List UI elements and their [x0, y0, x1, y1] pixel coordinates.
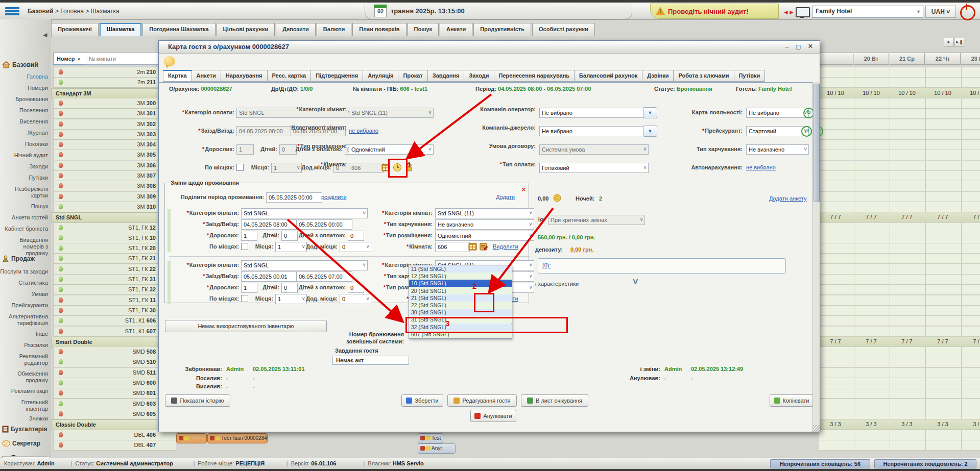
timeline-row[interactable] — [819, 243, 980, 254]
dialog-scrollbar[interactable] — [812, 82, 820, 432]
tab-План поверхів[interactable]: План поверхів — [352, 23, 406, 36]
company-source-dropdown-button[interactable] — [643, 126, 657, 137]
room-row-2m-210[interactable]: 2m 210 — [53, 67, 176, 78]
timeline-row[interactable] — [819, 78, 980, 88]
timeline-column-22 Чт[interactable]: 22 Чт — [925, 53, 961, 65]
room-option-10 (Std SNGL)[interactable]: 10 (Std SNGL) — [409, 280, 512, 287]
timeline-row[interactable] — [819, 285, 980, 295]
booking-chip[interactable]: Anyt — [418, 443, 456, 454]
sidebar-item-Знижки[interactable]: Знижки — [0, 415, 48, 422]
breadcrumb-root[interactable]: Базовий — [28, 8, 54, 15]
room-row-ST1, ГК-22[interactable]: ST1, ГК 22 — [53, 264, 176, 275]
timeline-row[interactable] — [819, 109, 980, 119]
timeline-row[interactable] — [819, 357, 980, 367]
maximize-button[interactable]: ▢ — [794, 43, 802, 51]
guest-tab-Путівки[interactable]: Путівки — [734, 70, 766, 82]
room-row-ST1, ГК-11[interactable]: ST1, ГК 11 — [53, 295, 176, 306]
guest-tab-Заходи[interactable]: Заходи — [464, 70, 494, 82]
room-row-ST1, К1-606[interactable]: ST1, К1 606 — [53, 316, 176, 326]
orders-link[interactable]: (0): — [542, 262, 551, 268]
sidebar-item-Кабінет броніста[interactable]: Кабінет броніста — [0, 226, 48, 232]
room-category-select[interactable]: Std SNGL (11) — [349, 108, 434, 118]
room-number-field[interactable]: 606 — [349, 163, 384, 173]
room-timeline-icon[interactable] — [393, 163, 401, 172]
room-history-icon[interactable] — [381, 163, 390, 172]
room-group-Std SNGL[interactable]: Std SNGL — [51, 212, 176, 223]
add-questionnaire-link[interactable]: Додати анкету — [769, 195, 807, 202]
chg-placement-select[interactable]: Одномістний — [435, 231, 534, 241]
status-badge-Непрочитаних повідомлень:[interactable]: Непрочитаних повідомлень: 2 — [874, 459, 976, 468]
chg-pay-category-select[interactable]: Std SNGL — [241, 260, 368, 270]
save-button[interactable]: Зберегти — [401, 394, 443, 407]
booking-chip[interactable] — [176, 433, 207, 443]
tab-Шахматка[interactable]: Шахматка — [100, 23, 141, 36]
chg-room-history-icon[interactable] — [468, 242, 477, 251]
tab-Депозити[interactable]: Депозити — [276, 23, 316, 36]
sync-arrows-icon[interactable]: ◄► — [783, 9, 794, 16]
chg-by-places-checkbox[interactable] — [241, 243, 248, 250]
delete-period-link[interactable]: Видалити — [493, 243, 518, 250]
chg-to-field[interactable]: 05.05.2025 00:00 — [296, 219, 352, 230]
chg-by-places-checkbox[interactable] — [241, 295, 248, 302]
guest-tab-Робота з ключами[interactable]: Робота з ключами — [674, 70, 734, 82]
guest-tab-Ануляція[interactable]: Ануляція — [363, 70, 398, 82]
room-row-2m-211[interactable]: 2m 211 — [53, 78, 176, 88]
by-places-checkbox[interactable] — [236, 164, 244, 171]
minimize-button[interactable]: – — [783, 43, 791, 51]
room-row-3M-306[interactable]: 3M 306 — [53, 161, 176, 171]
split-period-field[interactable]: 05.05.2025 00:00 — [266, 192, 322, 203]
comment-icon[interactable] — [164, 56, 175, 66]
timeline-row[interactable] — [819, 347, 980, 357]
sidebar-item-Виведення номерів з продажу[interactable]: Виведення номерів з продажу — [0, 237, 48, 257]
timeline-row[interactable] — [819, 388, 980, 399]
timeline-row[interactable] — [819, 306, 980, 316]
sidebar-item-Прейскуранти[interactable]: Прейскуранти — [0, 302, 48, 309]
autocharge-link[interactable]: не вибрано — [746, 164, 776, 170]
timeline-column-23 Пт[interactable]: 23 Пт — [961, 53, 980, 65]
timeline-row[interactable] — [819, 98, 980, 109]
sidebar-item-Головна[interactable]: Головна — [0, 73, 48, 80]
guest-tab-Реєс. картка[interactable]: Реєс. картка — [268, 70, 312, 82]
payment-type-select[interactable]: Готівковий — [539, 163, 649, 173]
room-option-22 (Std SNGL)[interactable]: 22 (Std SNGL) — [409, 302, 512, 309]
sidebar-item-Інше[interactable]: Інше — [0, 331, 48, 337]
guest-tab-Перенесення нарахувань[interactable]: Перенесення нарахувань — [494, 70, 575, 82]
room-option-30 (Std SNGL)[interactable]: 30 (Std SNGL) — [409, 309, 512, 316]
timeline-row[interactable] — [819, 440, 980, 451]
sidebar-item-Анкети гостей[interactable]: Анкети гостей — [0, 214, 48, 221]
sidebar-item-Незбережені картки[interactable]: Незбережені картки — [0, 186, 48, 199]
timeline-row[interactable] — [819, 295, 980, 306]
room-row-ST1, ГК-30[interactable]: ST1, ГК 30 — [53, 306, 176, 316]
room-row-ST1, ГК-10[interactable]: ST1, ГК 10 — [53, 233, 176, 243]
room-option-31 (Std SNGL)[interactable]: 31 (Std SNGL) — [409, 316, 512, 323]
sidebar-section-Бухгалтерія[interactable]: Бухгалтерія — [2, 426, 50, 434]
sidebar-item-Рекламні акції[interactable]: Рекламні акції — [0, 388, 48, 394]
room-option-20 (Std SNGL)[interactable]: 20 (Std SNGL) — [409, 287, 512, 294]
no-inventory-button[interactable]: Немає використовуваного інвентарю — [165, 320, 327, 332]
sidebar-item-Умови[interactable]: Умови — [0, 291, 48, 298]
breadcrumb-home[interactable]: Головна — [60, 8, 84, 15]
room-row-3M-302[interactable]: 3M 302 — [53, 119, 176, 130]
resize-grip[interactable] — [813, 425, 820, 432]
room-option-12 (Std SNGL)[interactable]: 12 (Std SNGL) — [409, 272, 512, 280]
room-row-ST1, ГК-31[interactable]: ST1, ГК 31 — [53, 275, 176, 285]
room-row-3M-309[interactable]: 3M 309 — [53, 192, 176, 202]
timeline-scroll-end-icon[interactable]: ►❚ — [954, 38, 964, 46]
timeline-row[interactable] — [819, 378, 980, 388]
pricelist-swap-icon[interactable]: ⇄ — [801, 126, 812, 137]
night-audit-warning[interactable]: Проведіть нічний аудит! — [650, 4, 779, 19]
company-operator-dropdown-button[interactable] — [643, 107, 657, 118]
room-option-21 (Std SNGL)[interactable]: 21 (Std SNGL) — [409, 294, 512, 302]
guest-tab-Прокат[interactable]: Прокат — [398, 70, 427, 82]
edit-guest-button[interactable]: Редагування гостя — [447, 394, 517, 407]
guest-tab-Дзвінки[interactable]: Дзвінки — [642, 70, 674, 82]
sidebar-section-Базовий[interactable]: Базовий — [2, 61, 50, 70]
guest-tab-Нарахування[interactable]: Нарахування — [221, 70, 268, 82]
room-group-Classic Double[interactable]: Classic Double — [51, 419, 176, 430]
pricelist-select[interactable]: Стартовий — [746, 126, 809, 136]
status-badge-Непрочитаних сповіщень:[interactable]: Непрочитаних сповіщень: 56 — [770, 459, 870, 468]
sidebar-item-Пошук[interactable]: Пошук — [0, 203, 48, 210]
timeline-row[interactable] — [819, 275, 980, 285]
loyalty-card-select[interactable]: Не вибрано — [746, 108, 809, 118]
room-row-DBL-406[interactable]: DBL 406 — [53, 430, 176, 440]
